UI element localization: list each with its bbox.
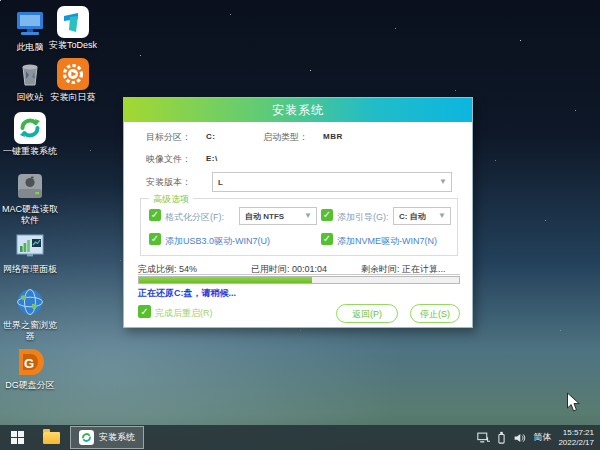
add-boot-value: C: 自动 bbox=[399, 211, 426, 222]
install-version-label: 安装版本： bbox=[146, 176, 191, 189]
desktop-icon-todesk[interactable]: 安装ToDesk bbox=[44, 6, 102, 51]
advanced-options-group: 高级选项 ✓ 格式化分区(F): 自动 NTFS ▼ ✓ 添加引导(G): C:… bbox=[140, 198, 458, 256]
folder-icon bbox=[43, 432, 60, 444]
icon-label: 网络管理面板 bbox=[1, 264, 59, 275]
chevron-down-icon: ▼ bbox=[439, 177, 447, 186]
add-boot-label: 添加引导(G): bbox=[337, 211, 389, 224]
starfield bbox=[0, 0, 1, 1]
sunflower-icon bbox=[57, 58, 89, 90]
svg-text:G: G bbox=[24, 356, 34, 371]
target-partition-value: C: bbox=[206, 132, 215, 141]
file-explorer-button[interactable] bbox=[36, 425, 66, 450]
network-icon[interactable] bbox=[477, 432, 490, 444]
progress-fill bbox=[139, 277, 312, 283]
target-partition-label: 目标分区： bbox=[146, 131, 191, 144]
desktop-icon-one-key-reinstall[interactable]: 一键重装系统 bbox=[1, 112, 59, 157]
progress-bar bbox=[138, 276, 460, 284]
image-file-value: E:\ bbox=[206, 154, 218, 163]
system-tray: 简体 15:57:21 2022/2/17 bbox=[477, 428, 594, 448]
todesk-icon bbox=[57, 6, 89, 38]
nvme-driver-checkbox[interactable]: ✓ bbox=[321, 233, 333, 245]
format-mode-select[interactable]: 自动 NTFS ▼ bbox=[239, 207, 317, 225]
start-button[interactable] bbox=[0, 425, 36, 450]
icon-label: DG硬盘分区 bbox=[1, 380, 59, 391]
windows-logo-icon bbox=[11, 431, 25, 445]
nvme-driver-label: 添加NVME驱动-WIN7(N) bbox=[337, 235, 437, 248]
format-mode-value: 自动 NTFS bbox=[245, 211, 284, 222]
boot-type-value: MBR bbox=[323, 132, 343, 141]
back-button[interactable]: 返回(P) bbox=[336, 304, 398, 323]
taskbar-task-install-system[interactable]: 安装系统 bbox=[70, 426, 144, 449]
format-partition-checkbox[interactable]: ✓ bbox=[149, 209, 161, 221]
status-message: 正在还原C:盘，请稍候... bbox=[138, 287, 236, 300]
desktop-icon-network-panel[interactable]: 网络管理面板 bbox=[1, 230, 59, 275]
desktop-icon-mac-disk-reader[interactable]: MAC硬盘读取软件 bbox=[1, 170, 59, 226]
install-system-task-icon bbox=[79, 430, 94, 445]
image-file-label: 映像文件： bbox=[146, 153, 191, 166]
desktop-icon-world-browser[interactable]: 世界之窗浏览器 bbox=[1, 286, 59, 342]
divider bbox=[138, 274, 460, 275]
tray-time: 15:57:21 bbox=[558, 428, 594, 438]
install-version-select[interactable]: L ▼ bbox=[212, 172, 452, 192]
network-panel-icon bbox=[14, 230, 46, 262]
chevron-down-icon: ▼ bbox=[304, 211, 312, 220]
install-system-dialog: 安装系统 目标分区： C: 启动类型： MBR 映像文件： E:\ 安装版本： … bbox=[123, 97, 473, 328]
one-key-reinstall-icon bbox=[14, 112, 46, 144]
boot-type-label: 启动类型： bbox=[263, 131, 308, 144]
tray-date: 2022/2/17 bbox=[558, 438, 594, 448]
dg-partition-icon: G bbox=[14, 346, 46, 378]
install-version-value: L bbox=[218, 178, 223, 187]
desktop-icon-dg-partition[interactable]: G DG硬盘分区 bbox=[1, 346, 59, 391]
task-label: 安装系统 bbox=[99, 431, 135, 444]
add-boot-checkbox[interactable]: ✓ bbox=[321, 209, 333, 221]
icon-label: 一键重装系统 bbox=[1, 146, 59, 157]
restart-after-finish-label: 完成后重启(R) bbox=[155, 307, 213, 320]
this-pc-icon bbox=[14, 8, 46, 40]
dialog-title: 安装系统 bbox=[124, 98, 472, 122]
advanced-options-legend: 高级选项 bbox=[149, 193, 193, 206]
input-language-indicator[interactable]: 简体 bbox=[533, 431, 551, 444]
usb3-driver-label: 添加USB3.0驱动-WIN7(U) bbox=[165, 235, 270, 248]
world-browser-icon bbox=[14, 286, 46, 318]
usb3-driver-checkbox[interactable]: ✓ bbox=[149, 233, 161, 245]
icon-label: 安装向日葵 bbox=[44, 92, 102, 103]
restart-after-finish-checkbox[interactable]: ✓ bbox=[138, 305, 151, 318]
chevron-down-icon: ▼ bbox=[438, 211, 446, 220]
icon-label: MAC硬盘读取软件 bbox=[1, 204, 59, 226]
icon-label: 安装ToDesk bbox=[44, 40, 102, 51]
volume-icon[interactable] bbox=[513, 432, 526, 444]
taskbar-clock[interactable]: 15:57:21 2022/2/17 bbox=[558, 428, 594, 448]
desktop-icon-sunflower[interactable]: 安装向日葵 bbox=[44, 58, 102, 103]
icon-label: 世界之窗浏览器 bbox=[1, 320, 59, 342]
stop-button[interactable]: 停止(S) bbox=[410, 304, 460, 323]
add-boot-select[interactable]: C: 自动 ▼ bbox=[393, 207, 451, 225]
taskbar: 安装系统 简体 15:57:21 2022/2/17 bbox=[0, 425, 600, 450]
mouse-cursor bbox=[566, 392, 582, 413]
usb-icon[interactable] bbox=[497, 431, 506, 444]
format-partition-label: 格式化分区(F): bbox=[165, 211, 224, 224]
mac-disk-reader-icon bbox=[14, 170, 46, 202]
recycle-bin-icon bbox=[14, 58, 46, 90]
